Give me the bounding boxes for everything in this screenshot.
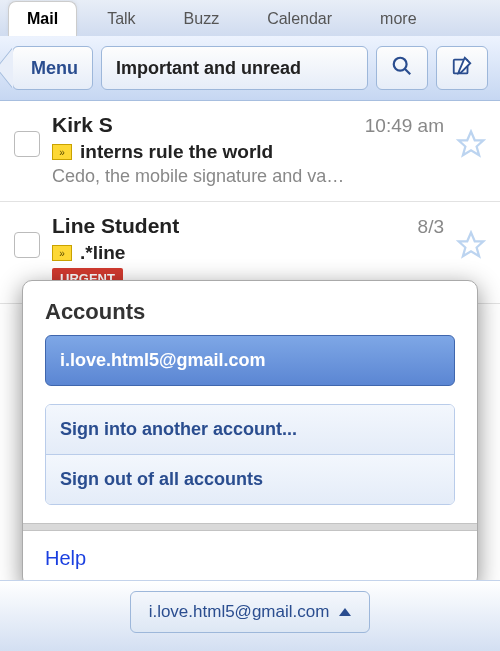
- star-toggle[interactable]: [456, 230, 486, 260]
- star-toggle[interactable]: [456, 129, 486, 159]
- email-content: Kirk S 10:49 am » interns rule the world…: [52, 113, 444, 187]
- sign-in-another-account-button[interactable]: Sign into another account...: [46, 405, 454, 454]
- account-bar: i.love.html5@gmail.com: [0, 580, 500, 651]
- current-account-button[interactable]: i.love.html5@gmail.com: [45, 335, 455, 386]
- accounts-popover-title: Accounts: [23, 281, 477, 335]
- svg-marker-3: [459, 132, 484, 156]
- chevron-up-icon: [339, 608, 351, 616]
- email-subject: interns rule the world: [80, 141, 273, 163]
- email-checkbox[interactable]: [14, 232, 40, 258]
- email-sender: Kirk S: [52, 113, 113, 137]
- email-time: 8/3: [418, 216, 444, 238]
- view-title-button[interactable]: Important and unread: [101, 46, 368, 90]
- compose-icon: [451, 55, 473, 82]
- toolbar: Menu Important and unread: [0, 36, 500, 101]
- svg-marker-4: [459, 233, 484, 257]
- email-item[interactable]: Kirk S 10:49 am » interns rule the world…: [0, 101, 500, 202]
- email-list: Kirk S 10:49 am » interns rule the world…: [0, 101, 500, 304]
- popover-divider: [23, 523, 477, 531]
- star-icon: [456, 246, 486, 263]
- back-arrow-icon: [0, 48, 13, 88]
- search-button[interactable]: [376, 46, 428, 90]
- top-tabs: Mail Talk Buzz Calendar more: [0, 0, 500, 36]
- svg-line-1: [405, 68, 411, 74]
- email-subject: .*line: [80, 242, 125, 264]
- account-switcher-button[interactable]: i.love.html5@gmail.com: [130, 591, 371, 633]
- tab-buzz[interactable]: Buzz: [166, 2, 238, 36]
- tab-calendar[interactable]: Calendar: [249, 2, 350, 36]
- compose-button[interactable]: [436, 46, 488, 90]
- email-content: Line Student 8/3 » .*line URGENT: [52, 214, 444, 289]
- important-marker-icon: »: [52, 245, 72, 261]
- email-checkbox[interactable]: [14, 131, 40, 157]
- account-options-group: Sign into another account... Sign out of…: [45, 404, 455, 505]
- accounts-popover: Accounts i.love.html5@gmail.com Sign int…: [22, 280, 478, 587]
- email-sender: Line Student: [52, 214, 179, 238]
- tab-mail[interactable]: Mail: [8, 1, 77, 36]
- star-icon: [456, 145, 486, 162]
- email-preview: Cedo, the mobile signature and va…: [52, 166, 444, 187]
- search-icon: [391, 55, 413, 82]
- account-email-label: i.love.html5@gmail.com: [149, 602, 330, 622]
- menu-button-label: Menu: [31, 58, 78, 79]
- help-link[interactable]: Help: [45, 547, 86, 569]
- svg-point-0: [394, 57, 407, 70]
- email-time: 10:49 am: [365, 115, 444, 137]
- sign-out-all-button[interactable]: Sign out of all accounts: [46, 454, 454, 504]
- tab-more[interactable]: more: [362, 2, 434, 36]
- view-title-label: Important and unread: [116, 58, 301, 79]
- tab-talk[interactable]: Talk: [89, 2, 153, 36]
- menu-button[interactable]: Menu: [12, 46, 93, 90]
- important-marker-icon: »: [52, 144, 72, 160]
